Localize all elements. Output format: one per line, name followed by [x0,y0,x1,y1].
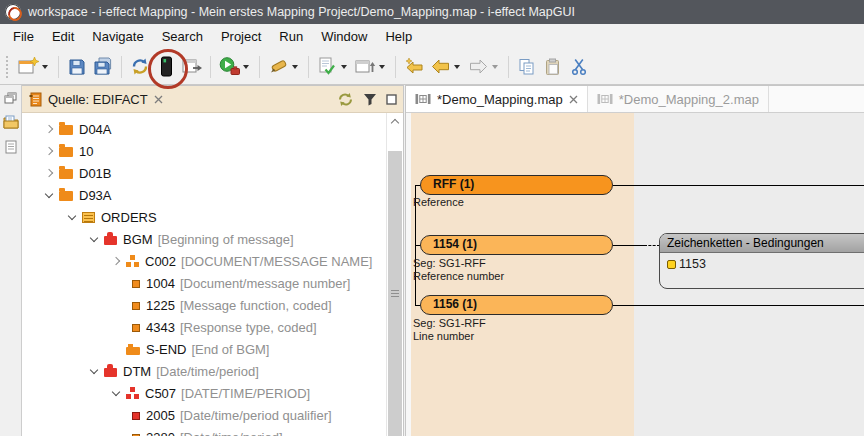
tree-row[interactable]: C002[DOCUMENT/MESSAGE NAME] [22,250,386,272]
forward-dropdown-icon[interactable] [492,65,498,69]
new-dropdown-icon[interactable] [42,65,48,69]
tree-item-label: D93A [79,188,112,203]
node-1154[interactable]: 1154 (1) [420,235,613,255]
paste-icon[interactable] [540,54,566,80]
node-rff[interactable]: RFF (1) [420,175,613,195]
tree-row[interactable]: 4343[Response type, coded] [22,316,386,338]
composite-icon [126,255,139,267]
toolbar-separator [508,56,509,78]
tree-row[interactable]: 1225[Message function, coded] [22,294,386,316]
refresh-icon[interactable] [127,54,153,80]
filter-icon[interactable] [363,93,377,106]
restore-views-icon[interactable] [4,92,17,104]
back-new-icon[interactable] [401,54,427,80]
chevron-right-icon[interactable] [43,167,56,180]
tree-row[interactable]: 2005[Date/time/period qualifier] [22,404,386,426]
deploy-dropdown-icon[interactable] [379,65,385,69]
menu-file[interactable]: File [4,26,43,47]
tree-row[interactable]: C507[DATE/TIME/PERIOD] [22,382,386,404]
chevron-right-icon[interactable] [43,123,56,136]
tree-item-desc: [DATE/TIME/PERIOD] [181,386,310,401]
tree-row[interactable]: BGM[Beginning of message] [22,228,386,250]
run-icon[interactable] [216,54,242,80]
tree-row[interactable]: 10 [22,140,386,162]
toolbar-separator [259,56,260,78]
menu-edit[interactable]: Edit [43,26,83,47]
close-icon[interactable] [154,95,163,104]
chevron-down-icon[interactable] [88,365,101,378]
document-icon[interactable] [5,140,17,154]
tree-item-label: 10 [79,144,93,159]
tree-item-desc: [Message function, coded] [180,298,332,313]
marker-dropdown-icon[interactable] [292,65,298,69]
tree-row[interactable]: DTM[Date/time/period] [22,360,386,382]
tree-row[interactable]: 2380[Date/time/period] [22,426,386,436]
export-map-icon[interactable] [179,54,205,80]
node-1156-description: Line number [413,330,474,342]
open-project-folder-icon[interactable] [3,115,19,129]
tree-row[interactable]: ORDERS [22,206,386,228]
tree-item-label: 4343 [146,320,175,335]
tree-item-label: 2005 [146,408,175,423]
menu-search[interactable]: Search [153,26,212,47]
save-icon[interactable] [64,54,90,80]
tree-row[interactable]: 1004[Document/message number] [22,272,386,294]
tree-scrollbar[interactable] [386,113,403,436]
chevron-right-icon[interactable] [110,255,123,268]
chevron-right-icon[interactable] [43,145,56,158]
format-marker-icon[interactable] [265,54,291,80]
mapping-line-rff [613,185,864,186]
string-conditions-box[interactable]: Zeichenketten - Bedingungen 1153 [659,233,864,289]
back-icon[interactable] [427,54,453,80]
new-wizard-icon[interactable] [15,54,41,80]
editor-tab-demo-mapping[interactable]: *Demo_Mapping.map [406,86,588,112]
close-icon[interactable] [569,95,578,104]
chevron-down-icon[interactable] [43,189,56,202]
map-runtime-icon[interactable] [153,54,179,80]
save-all-icon[interactable] [90,54,116,80]
source-panel: Quelle: EDIFACT [22,85,404,436]
tree-item-label: S-END [146,342,186,357]
chevron-down-icon[interactable] [66,211,79,224]
validate-dropdown-icon[interactable] [341,65,347,69]
map-file-icon [415,93,431,105]
cut-icon[interactable] [566,54,592,80]
node-1156[interactable]: 1156 (1) [420,295,613,315]
scrollbar-up-icon[interactable] [387,113,403,130]
deploy-window-icon[interactable] [352,54,378,80]
maximize-icon[interactable] [386,94,397,105]
condition-item-1153[interactable]: 1153 [660,253,864,271]
window-title: workspace - i-effect Mapping - Mein erst… [28,5,575,19]
string-conditions-header[interactable]: Zeichenketten - Bedingungen [660,234,864,253]
forward-icon[interactable] [465,54,491,80]
tree-row[interactable]: D01B [22,162,386,184]
link-with-editor-icon[interactable] [337,92,354,107]
back-dropdown-icon[interactable] [454,65,460,69]
menu-navigate[interactable]: Navigate [83,26,152,47]
chevron-down-icon[interactable] [110,387,123,400]
segment-end-icon [126,347,140,355]
main-toolbar [0,49,864,85]
copy-icon[interactable] [514,54,540,80]
title-bar: workspace - i-effect Mapping - Mein erst… [0,0,864,24]
tree-item-label: 2380 [146,430,175,436]
tree-row[interactable]: D93A [22,184,386,206]
mapping-canvas[interactable]: RFF (1) Reference 1154 (1) Seg: SG1-RFF … [406,113,864,436]
toolbar-drag-handle[interactable] [6,56,11,78]
edifact-document-icon [29,92,42,107]
mapping-line-1154 [613,245,644,246]
scrollbar-thumb[interactable] [388,151,402,436]
source-panel-tab[interactable]: Quelle: EDIFACT [48,92,148,107]
editor-tab-demo-mapping-2[interactable]: *Demo_Mapping_2.map [588,86,769,112]
tree-item-desc: [Response type, coded] [180,320,317,335]
chevron-down-icon[interactable] [88,233,101,246]
menu-window[interactable]: Window [312,26,376,47]
menu-project[interactable]: Project [212,26,270,47]
tree-item-label: BGM [123,232,153,247]
menu-run[interactable]: Run [270,26,312,47]
menu-help[interactable]: Help [376,26,421,47]
validate-document-icon[interactable] [314,54,340,80]
tree-row[interactable]: S-END[End of BGM] [22,338,386,360]
tree-row[interactable]: D04A [22,118,386,140]
run-dropdown-icon[interactable] [243,65,249,69]
